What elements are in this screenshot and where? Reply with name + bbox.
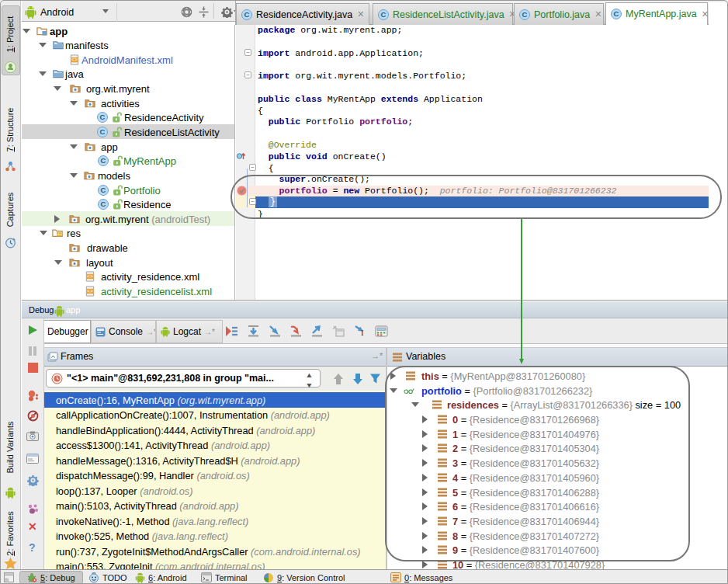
svg-text:<>: <> [71,57,78,63]
svg-text:I: I [361,328,364,337]
svg-text:<>: <> [87,274,93,280]
svg-text:<>: <> [87,289,93,294]
